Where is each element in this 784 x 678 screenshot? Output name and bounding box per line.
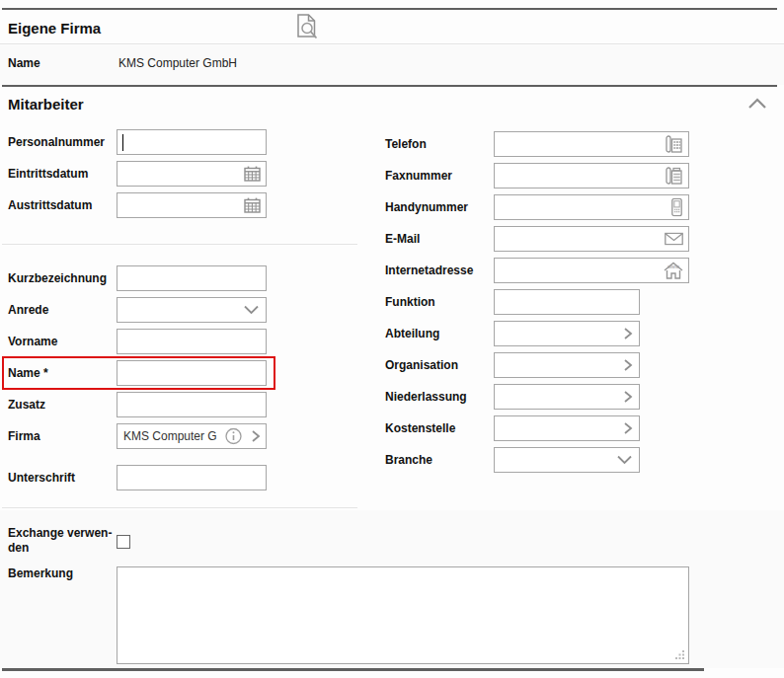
chevron-right-icon[interactable] <box>251 429 261 443</box>
left-group-divider-2 <box>2 507 357 508</box>
website-input[interactable]: www <box>494 258 689 283</box>
chevron-right-icon[interactable] <box>623 421 633 435</box>
website-icon[interactable]: www <box>663 261 684 280</box>
telefon-label: Telefon <box>385 137 427 152</box>
email-icon[interactable] <box>665 233 683 246</box>
svg-text:www: www <box>666 264 679 269</box>
organisation-label: Organisation <box>385 358 458 373</box>
abteilung-label: Abteilung <box>385 327 439 341</box>
organisation-lookup[interactable] <box>494 352 640 378</box>
chevron-down-icon <box>617 456 632 465</box>
firma-lookup-input[interactable]: KMS Computer G <box>117 423 267 449</box>
branche-label: Branche <box>385 453 432 468</box>
left-group-divider <box>2 244 357 245</box>
personalnummer-input[interactable] <box>117 129 267 155</box>
handynummer-input[interactable] <box>494 194 689 220</box>
email-input[interactable] <box>494 226 689 252</box>
telefon-input[interactable] <box>494 131 689 157</box>
bemerkung-textarea[interactable] <box>117 566 689 664</box>
calendar-icon[interactable] <box>244 166 261 182</box>
phone-icon[interactable] <box>665 135 683 154</box>
chevron-down-icon <box>244 306 259 315</box>
fax-icon[interactable] <box>665 167 683 186</box>
name-required-label: Name * <box>8 366 48 381</box>
anrede-label: Anrede <box>8 303 48 318</box>
austrittsdatum-label: Austrittsdatum <box>8 198 92 213</box>
unterschrift-label: Unterschrift <box>8 471 75 486</box>
zusatz-label: Zusatz <box>8 398 45 413</box>
kostenstelle-label: Kostenstelle <box>385 421 455 436</box>
chevron-right-icon[interactable] <box>623 358 633 372</box>
header-divider <box>0 43 784 44</box>
zusatz-input[interactable] <box>117 392 267 417</box>
vorname-label: Vorname <box>8 335 57 349</box>
eintrittsdatum-input[interactable] <box>117 161 267 187</box>
unterschrift-input[interactable] <box>117 465 267 490</box>
kurzbezeichnung-input[interactable] <box>117 265 267 291</box>
handynummer-label: Handynummer <box>385 200 468 215</box>
name-required-input[interactable] <box>117 360 267 386</box>
resize-handle-icon[interactable] <box>675 650 685 660</box>
niederlassung-lookup[interactable] <box>494 384 640 410</box>
kostenstelle-lookup[interactable] <box>494 415 640 441</box>
company-employee-form: Eigene Firma Name KMS Computer GmbH Mita… <box>0 0 784 678</box>
funktion-input[interactable] <box>494 289 640 315</box>
branche-select[interactable] <box>494 447 640 473</box>
faxnummer-input[interactable] <box>494 163 689 188</box>
exchange-verwenden-label: Exchange verwen-den <box>8 526 117 556</box>
bottom-divider <box>2 668 704 671</box>
top-divider <box>2 8 777 10</box>
chevron-up-icon[interactable] <box>747 97 767 111</box>
kurzbezeichnung-label: Kurzbezeichnung <box>8 271 107 286</box>
firma-label: Firma <box>8 429 40 444</box>
faxnummer-label: Faxnummer <box>385 169 452 184</box>
personalnummer-label: Personalnummer <box>8 135 105 150</box>
chevron-right-icon[interactable] <box>623 390 633 404</box>
anrede-select[interactable] <box>117 297 267 323</box>
austrittsdatum-input[interactable] <box>117 192 267 218</box>
document-search-icon[interactable] <box>294 13 321 42</box>
funktion-label: Funktion <box>385 295 435 310</box>
calendar-icon[interactable] <box>244 197 261 213</box>
info-icon[interactable] <box>225 428 242 445</box>
employee-section-title: Mitarbeiter <box>8 96 84 113</box>
company-name-value: KMS Computer GmbH <box>118 56 237 70</box>
firma-value: KMS Computer G <box>123 429 217 443</box>
internetadresse-label: Internetadresse <box>385 264 473 278</box>
abteilung-lookup[interactable] <box>494 321 640 346</box>
email-label: E-Mail <box>385 232 420 247</box>
section-divider <box>2 85 777 87</box>
chevron-right-icon[interactable] <box>623 327 633 340</box>
niederlassung-label: Niederlassung <box>385 390 467 405</box>
eintrittsdatum-label: Eintrittsdatum <box>8 167 88 182</box>
vorname-input[interactable] <box>117 329 267 354</box>
company-name-label: Name <box>8 56 40 71</box>
company-section-title: Eigene Firma <box>8 20 101 37</box>
bemerkung-label: Bemerkung <box>8 566 73 581</box>
exchange-verwenden-checkbox[interactable] <box>117 535 130 549</box>
mobile-phone-icon[interactable] <box>671 198 682 217</box>
text-caret <box>122 134 123 151</box>
